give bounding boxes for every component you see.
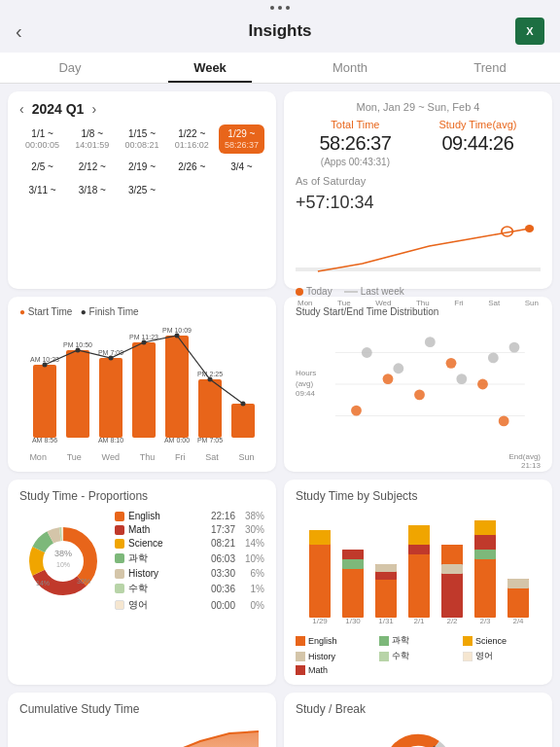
today-legend: Today [306,286,332,297]
week-cell-2[interactable]: 1/15 ~ 00:08:21 [119,124,164,154]
legend-yeong: 영어 00:00 0% [115,598,264,612]
svg-rect-58 [342,559,364,569]
svg-text:2/1: 2/1 [413,617,425,625]
next-quarter-button[interactable]: › [91,101,96,117]
week-cell-1[interactable]: 1/8 ~ 14:01:59 [69,124,115,154]
legend-math: Math 17:37 30% [115,524,264,535]
svg-rect-86 [463,652,472,661]
staircase-chart: Today Last week MonTueWedThuFriSatSun [296,221,541,279]
svg-rect-81 [296,636,305,646]
svg-rect-55 [309,530,331,545]
distribution-card: Study Start/End Time Distribution Hours … [284,297,552,472]
page-title: Insights [45,21,515,41]
svg-text:1/31: 1/31 [378,617,394,625]
svg-rect-83 [463,636,472,646]
svg-point-2 [525,225,534,232]
legend-gwahak: 과학 06:03 10% [115,551,264,565]
tab-month[interactable]: Month [280,53,420,83]
svg-rect-82 [379,636,389,646]
week-cell-6[interactable]: 2/12 ~ [69,158,115,177]
prev-quarter-button[interactable]: ‹ [19,101,24,117]
svg-rect-15 [231,404,255,438]
study-break-card: Study / Break [284,693,552,747]
week-calendar-card: ‹ 2024 Q1 › 1/1 ~ 00:00:05 1/8 ~ 14:01:5… [8,91,276,289]
svg-text:2/4: 2/4 [512,617,524,625]
cumulative-title: Cumulative Study Time [19,702,264,716]
week-cell-12[interactable]: 3/25 ~ [119,181,164,200]
tab-day[interactable]: Day [0,53,140,83]
excel-export-button[interactable]: X [515,18,544,45]
avg-time-label: Study Time(avg) [438,119,516,130]
svg-text:38%: 38% [54,549,72,558]
svg-text:PM 2:25: PM 2:25 [197,371,223,377]
svg-text:AM 8:56: AM 8:56 [32,437,57,444]
week-cell-3[interactable]: 1/22 ~ 01:16:02 [169,124,215,154]
status-bar [0,0,560,14]
svg-rect-71 [474,550,496,559]
week-cell-7[interactable]: 2/19 ~ [119,158,164,177]
svg-rect-64 [408,545,430,554]
study-break-chart [296,724,541,747]
svg-point-26 [241,402,246,407]
svg-marker-88 [25,731,259,747]
svg-point-32 [414,389,425,400]
last-week-legend: Last week [361,286,404,297]
avg-time-value: 09:44:26 [438,132,516,155]
svg-rect-13 [198,379,222,438]
svg-rect-63 [408,525,430,545]
week-cell-11[interactable]: 3/18 ~ [69,181,115,200]
svg-point-38 [425,337,436,347]
svg-point-41 [509,342,520,353]
svg-rect-69 [474,520,496,535]
svg-text:PM 7:09: PM 7:09 [98,349,123,356]
as-of-label: As of Saturday [296,175,541,187]
svg-rect-67 [441,564,463,574]
x-axis-label: End(avg)21:13 [509,452,541,470]
proportions-legend: English 22:16 38% Math 17:37 30% Science… [115,511,264,612]
svg-point-35 [499,416,509,427]
svg-rect-70 [474,535,496,550]
svg-rect-7 [99,358,122,438]
week-cell-0[interactable]: 1/1 ~ 00:00:05 [19,124,65,154]
stats-card: Mon, Jan 29 ~ Sun, Feb 4 Total Time 58:2… [284,91,552,289]
svg-rect-85 [379,652,389,661]
svg-rect-3 [33,365,56,438]
apps-time-sub: (Apps 00:43:31) [320,157,392,167]
svg-text:1/30: 1/30 [345,617,361,625]
svg-text:1/29: 1/29 [312,617,328,625]
week-cell-5[interactable]: 2/5 ~ [19,158,65,177]
subjects-bar-chart: 1/29 1/30 1/31 2/1 2/2 2/3 2/4 [296,511,541,627]
svg-point-22 [109,356,114,361]
week-cell-8[interactable]: 2/26 ~ [169,158,215,177]
distribution-title: Study Start/End Time Distribution [296,306,541,317]
svg-rect-66 [441,545,463,564]
subjects-by-day-card: Study Time by Subjects [284,480,552,685]
study-break-title: Study / Break [296,702,541,716]
svg-point-33 [446,358,457,369]
total-time-value: 58:26:37 [320,132,392,155]
legend-history: History 03:30 6% [115,568,264,579]
donut-chart: 38% 10% 14% 30% [19,517,107,605]
back-button[interactable]: ‹ [16,20,45,43]
week-cell-9[interactable]: 3/4 ~ [219,158,264,177]
week-cell-10[interactable]: 3/11 ~ [19,181,65,200]
svg-text:14%: 14% [36,580,50,587]
svg-rect-9 [132,342,156,438]
tab-bar: Day Week Month Trend [0,53,560,84]
svg-text:PM 10:09: PM 10:09 [162,327,192,334]
tab-week[interactable]: Week [140,53,280,83]
svg-point-34 [477,379,488,390]
svg-rect-61 [375,572,397,580]
tab-trend[interactable]: Trend [420,53,560,83]
svg-point-25 [208,377,213,382]
svg-text:PM 10:50: PM 10:50 [63,341,92,348]
nav-header: ‹ Insights X [0,14,560,53]
svg-point-24 [175,334,180,338]
svg-point-39 [457,374,468,384]
svg-rect-11 [165,336,189,438]
svg-text:30%: 30% [77,578,90,585]
week-cell-4-selected[interactable]: 1/29 ~ 58:26:37 [219,124,264,154]
start-end-chart: AM 10:23 PM 10:50 PM 7:09 PM 11:23 PM 10… [19,321,264,462]
svg-rect-60 [375,564,397,572]
cumulative-card: Cumulative Study Time [8,693,276,747]
